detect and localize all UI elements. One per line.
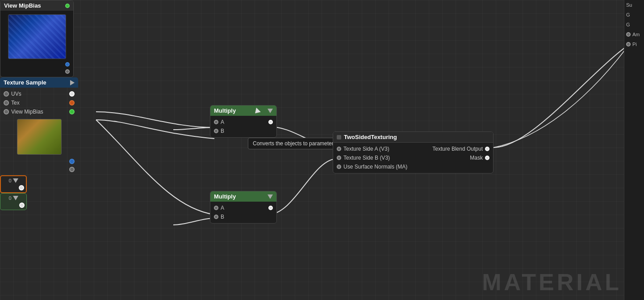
pin-uvs-out[interactable]	[69, 91, 75, 97]
pin-viewmip-out[interactable]	[69, 109, 75, 114]
right-am-pin[interactable]	[626, 32, 631, 37]
top-preview-pin-green[interactable]	[65, 4, 70, 8]
watermark-text: MATERIAL	[482, 269, 622, 296]
multiply2-title: Multiply	[214, 193, 236, 200]
constant-node-1: 0	[0, 175, 27, 193]
const2-dropdown-icon[interactable]	[13, 196, 18, 200]
multiply1-header: Multiply	[210, 106, 276, 116]
texture-sample-thumb	[17, 119, 62, 155]
multiply1-title: Multiply	[214, 107, 236, 114]
multiply1-a-row: A	[210, 118, 276, 127]
const2-out-pin[interactable]	[19, 203, 25, 208]
right-panel: Su G G Am Pi	[624, 0, 644, 300]
pin-uvs-in[interactable]	[4, 91, 9, 97]
multiply1-a-in[interactable]	[214, 120, 218, 124]
multiply-node-2: Multiply A B	[210, 191, 277, 224]
top-out-pin-blue[interactable]	[65, 62, 70, 67]
multiply2-b-row: B	[210, 212, 276, 221]
multiply2-out[interactable]	[268, 206, 273, 210]
texture-viewmip-row: View MipBias	[0, 107, 78, 116]
multiply1-b-in[interactable]	[214, 129, 218, 133]
constant-node-2: 0	[0, 193, 27, 210]
twosided-header: TwoSidedTexturing	[333, 132, 493, 143]
texture-tex-row: Tex	[0, 98, 78, 107]
pin-viewmip-in[interactable]	[4, 109, 9, 114]
pin-texture-out-gray[interactable]	[69, 167, 75, 172]
twosided-side-b-in[interactable]	[337, 156, 341, 160]
multiply2-dropdown-icon[interactable]	[268, 194, 273, 199]
texture-sample-header: Texture Sample	[0, 77, 78, 88]
const1-out-pin[interactable]	[19, 185, 24, 190]
right-pin-su: Su	[624, 0, 644, 10]
texture-sample-node: Texture Sample UVs Tex View MipBias	[0, 77, 78, 175]
twosided-title: TwoSidedTexturing	[337, 134, 397, 140]
twosided-blend-out[interactable]	[485, 147, 489, 151]
right-pin-am: Am	[624, 30, 644, 39]
twosided-icon	[337, 135, 341, 139]
multiply1-dropdown-icon[interactable]	[268, 109, 273, 113]
multiply1-out[interactable]	[268, 120, 273, 124]
tooltip: Converts the objects to parameters	[248, 138, 341, 149]
twosided-side-a-in[interactable]	[337, 147, 341, 151]
twosided-side-a-row: Texture Side A (V3) Texture Blend Output	[333, 144, 493, 153]
multiply2-a-in[interactable]	[214, 206, 218, 210]
right-pin-g2: G	[624, 20, 644, 30]
twosided-normals-row: Use Surface Normals (MA)	[333, 162, 493, 171]
twosided-mask-out[interactable]	[485, 156, 489, 160]
texture-sample-title: Texture Sample	[4, 79, 46, 86]
twosided-normals-in[interactable]	[337, 165, 341, 169]
twosided-side-b-row: Texture Side B (V3) Mask	[333, 153, 493, 162]
pin-tex-out[interactable]	[69, 100, 75, 106]
twosided-texturing-node: TwoSidedTexturing Texture Side A (V3) Te…	[333, 131, 493, 173]
top-preview-texture	[8, 14, 66, 59]
multiply-node-1: Multiply A B	[210, 105, 277, 138]
multiply2-b-in[interactable]	[214, 215, 218, 219]
texture-uvs-row: UVs	[0, 89, 78, 98]
multiply2-header: Multiply	[210, 191, 276, 202]
pin-texture-out-blue[interactable]	[69, 159, 75, 164]
pin-tex-in[interactable]	[4, 100, 9, 106]
const1-dropdown-icon[interactable]	[13, 178, 18, 183]
multiply1-b-row: B	[210, 127, 276, 135]
top-preview-header: View MipBias	[0, 0, 73, 11]
texture-collapse-icon[interactable]	[70, 80, 75, 85]
right-pin-pi: Pi	[624, 39, 644, 49]
multiply2-a-row: A	[210, 203, 276, 212]
top-preview-title: View MipBias	[4, 2, 41, 9]
top-preview-node: View MipBias	[0, 0, 74, 77]
top-out-pin-gray[interactable]	[65, 69, 70, 74]
right-pi-pin[interactable]	[626, 42, 631, 46]
right-pin-g1: G	[624, 10, 644, 20]
